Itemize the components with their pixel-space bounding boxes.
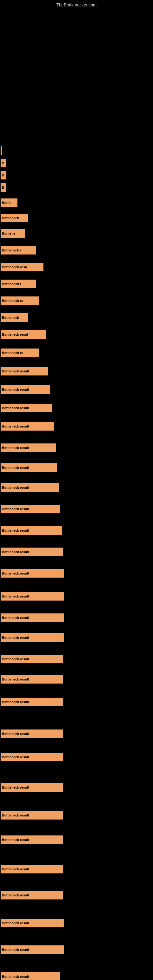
bar-label: Bottleneck result (2, 948, 29, 951)
bar-item: Bottleneck result (1, 526, 62, 535)
bar-label: Bottleneck result (2, 571, 29, 575)
bar-item: Bottleneck result (1, 592, 64, 601)
bar-item: Bottleneck result (1, 919, 64, 928)
bar-label: Bottleneck result (2, 595, 29, 598)
bar-label: Bottleneck re (2, 351, 23, 355)
bar-label: Bottleneck result (2, 616, 29, 620)
bar-label: Bottleneck result (2, 838, 29, 842)
bar-label: Bottleneck (2, 316, 19, 320)
bar-item: Bottleneck result (1, 891, 63, 899)
bar-item: Bottleneck (1, 313, 28, 322)
site-header: TheBottlenecker.com (0, 0, 153, 9)
bar-label: Bottleneck result (2, 732, 29, 736)
bar-item: Bottleneck r (1, 246, 36, 255)
bar-item: Bottleneck r (1, 280, 36, 288)
bar-item: Bottlene (1, 229, 25, 238)
bar-item: Bottleneck resu (1, 263, 43, 271)
bar-label: Bottleneck result (2, 486, 29, 489)
bar-item: Bottleneck result (1, 367, 48, 375)
bar-item: Bottleneck result (1, 783, 63, 792)
bar-item: Bottleneck result (1, 835, 63, 844)
bar-label: Bottleneck re (2, 299, 23, 302)
bar-label: Bottleneck result (2, 528, 29, 532)
bar-item: Bottleneck result (1, 422, 54, 431)
bar-label: Bottleneck result (2, 813, 29, 817)
bar-item: Bottleneck result (1, 547, 63, 556)
bar-item: Bottleneck result (1, 730, 63, 738)
chart-area: BBBBottleBottleneckBottleneBottleneck rB… (0, 9, 153, 980)
bar-label: Bottleneck result (2, 755, 29, 759)
bar-item: Bottleneck result (1, 505, 60, 513)
bar-label: Bottleneck result (2, 406, 29, 410)
bar-item: B (1, 159, 6, 167)
bar-label: Bottleneck r (2, 282, 21, 286)
bar-label: Bottleneck r (2, 248, 21, 252)
bar-item: Bottleneck result (1, 698, 63, 706)
bar-label: Bottleneck result (2, 369, 29, 373)
bar-item: B (1, 183, 6, 192)
bar-item: Bottleneck re (1, 348, 39, 357)
bar-label: Bottleneck resul (2, 332, 28, 336)
site-title: TheBottlenecker.com (0, 0, 153, 9)
bar-item: Bottleneck result (1, 404, 52, 412)
bar-item: Bottleneck result (1, 633, 64, 642)
bar-item: Bottleneck result (1, 385, 50, 394)
bar-item: Bottleneck result (1, 972, 60, 980)
bar-label: Bottleneck result (2, 507, 29, 511)
bar-item: Bottleneck result (1, 753, 63, 761)
bar-label: Bottleneck result (2, 388, 29, 391)
bar-label: Bottleneck result (2, 425, 29, 428)
bar-label: Bottlene (2, 232, 15, 235)
bar-item: Bottleneck result (1, 613, 64, 622)
bar-label: Bottleneck result (2, 893, 29, 897)
bar-label: Bottleneck result (2, 466, 29, 469)
bar-item: Bottleneck resul (1, 330, 46, 339)
bar-item: Bottleneck result (1, 865, 63, 873)
bar-label: Bottleneck result (2, 636, 29, 640)
bar-label: Bottleneck result (2, 446, 29, 450)
bar-label: Bottleneck (2, 216, 19, 220)
bar-label: Bottleneck result (2, 678, 29, 681)
bar-item: Bottleneck re (1, 296, 39, 305)
bar-item: Bottleneck result (1, 655, 63, 663)
bar-item: Bottle (1, 199, 18, 207)
bar-label: Bottleneck result (2, 550, 29, 554)
bar-label: Bottleneck resu (2, 265, 27, 269)
bar-item: Bottleneck result (1, 444, 56, 452)
bar-label: Bottleneck result (2, 700, 29, 704)
bar-label: Bottleneck result (2, 867, 29, 871)
bar-item: B (1, 171, 6, 180)
bar-item: Bottleneck result (1, 945, 64, 954)
bar-label: B (2, 161, 4, 165)
bar-label: Bottleneck result (2, 657, 29, 661)
bar-item: Bottleneck result (1, 811, 63, 819)
bar-item (1, 146, 2, 155)
bar-item: Bottleneck result (1, 483, 59, 492)
bar-label: B (2, 173, 4, 177)
bar-item: Bottleneck result (1, 569, 64, 578)
bar-label: Bottleneck result (2, 975, 29, 978)
bar-item: Bottleneck result (1, 463, 57, 472)
bar-label: Bottleneck result (2, 786, 29, 789)
bar-item: Bottleneck result (1, 675, 63, 684)
bar-item: Bottleneck (1, 214, 28, 222)
bar-label: Bottleneck result (2, 921, 29, 925)
bar-label: B (2, 186, 4, 189)
bar-label: Bottle (2, 201, 11, 205)
